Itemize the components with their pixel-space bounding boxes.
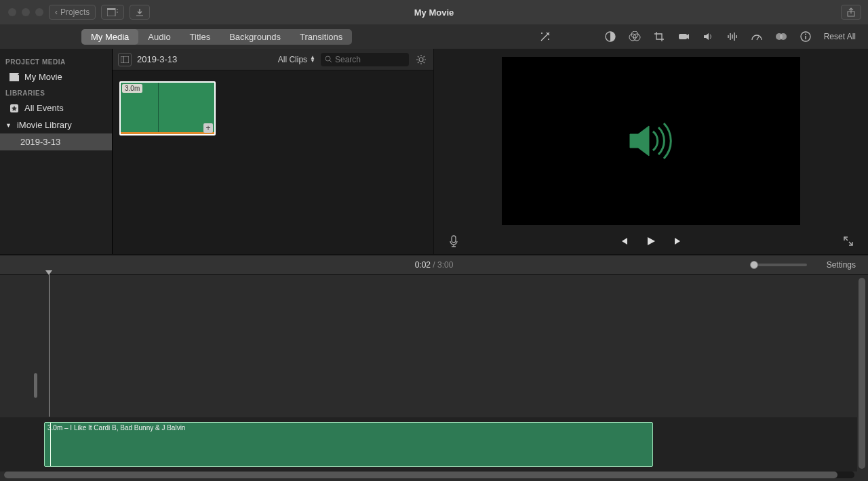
- filmstrip-icon: [107, 8, 118, 16]
- disclosure-triangle-icon[interactable]: ▼: [5, 122, 12, 129]
- updown-icon: ▲▼: [310, 56, 315, 63]
- timeline-clip-playhead: [50, 423, 51, 466]
- tab-transitions[interactable]: Transitions: [290, 29, 352, 45]
- sidebar-heading-libraries: LIBRARIES: [0, 85, 112, 100]
- sidebar-library-label: iMovie Library: [17, 120, 72, 130]
- sidebar-item-all-events[interactable]: All Events: [0, 100, 112, 117]
- media-browser: 2019-3-13 All Clips ▲▼ Search 3.0m +: [113, 49, 434, 254]
- svg-line-38: [424, 56, 425, 58]
- browser-settings-button[interactable]: [414, 53, 428, 66]
- sidebar-item-library[interactable]: ▼ iMovie Library: [0, 117, 112, 133]
- tab-my-media[interactable]: My Media: [81, 29, 138, 45]
- svg-rect-24: [9, 75, 19, 81]
- viewer-controls: [434, 228, 868, 254]
- audio-speaker-icon: [625, 121, 677, 161]
- svg-point-6: [541, 33, 542, 34]
- stabilization-button[interactable]: [677, 30, 690, 43]
- svg-rect-39: [452, 236, 456, 243]
- window-zoom-icon[interactable]: [35, 8, 43, 16]
- browser-header: 2019-3-13 All Clips ▲▼ Search: [113, 49, 433, 70]
- timeline-settings-button[interactable]: Settings: [827, 260, 856, 270]
- titlebar: ‹ Projects My Movie: [0, 0, 868, 24]
- info-button[interactable]: [800, 30, 812, 43]
- svg-rect-12: [679, 34, 687, 39]
- import-down-arrow-icon: [136, 8, 144, 16]
- star-icon: [9, 104, 19, 113]
- sidebar-heading-project-media: PROJECT MEDIA: [0, 54, 112, 68]
- play-button[interactable]: [645, 235, 657, 247]
- clip-add-button[interactable]: +: [203, 123, 213, 133]
- sidebar-event-label: 2019-3-13: [20, 137, 60, 147]
- search-icon: [325, 56, 332, 63]
- reset-all-button[interactable]: Reset All: [824, 32, 856, 41]
- browser-event-name: 2019-3-13: [137, 54, 177, 64]
- svg-line-18: [757, 37, 759, 40]
- svg-line-37: [418, 62, 419, 63]
- timeline-marker[interactable]: [34, 373, 37, 398]
- speed-button[interactable]: [751, 30, 763, 43]
- sidebar-item-event[interactable]: 2019-3-13: [0, 133, 112, 150]
- enhance-wand-button[interactable]: [539, 30, 551, 43]
- search-input[interactable]: Search: [321, 53, 409, 66]
- library-sidebar: PROJECT MEDIA My Movie LIBRARIES All Eve…: [0, 49, 113, 254]
- clip-playhead-line: [158, 83, 159, 134]
- media-tabs-row: My Media Audio Titles Backgrounds Transi…: [0, 24, 868, 49]
- volume-button[interactable]: [702, 30, 714, 43]
- chevron-left-icon: ‹: [55, 7, 58, 17]
- clapperboard-icon: [9, 72, 19, 82]
- color-correction-button[interactable]: [629, 30, 641, 43]
- back-label: Projects: [60, 7, 90, 17]
- fullscreen-button[interactable]: [842, 235, 854, 247]
- filters-button[interactable]: [775, 30, 787, 43]
- window-title: My Movie: [414, 7, 454, 18]
- color-balance-button[interactable]: [604, 30, 616, 43]
- voiceover-button[interactable]: [448, 235, 460, 247]
- media-tabs: My Media Audio Titles Backgrounds Transi…: [81, 29, 352, 45]
- share-button[interactable]: [841, 5, 861, 20]
- noise-eq-button[interactable]: [726, 30, 738, 43]
- zoom-slider[interactable]: [753, 264, 807, 266]
- svg-line-35: [418, 56, 419, 58]
- back-projects-button[interactable]: ‹ Projects: [49, 5, 96, 20]
- tab-backgrounds[interactable]: Backgrounds: [220, 29, 290, 45]
- current-time: 0:02: [415, 260, 431, 270]
- svg-point-7: [548, 39, 549, 40]
- next-button[interactable]: [672, 235, 684, 247]
- crop-button[interactable]: [653, 30, 665, 43]
- timeline[interactable]: 3.0m – I Like It Cardi B, Bad Bunny & J …: [0, 275, 868, 481]
- search-placeholder: Search: [335, 55, 361, 64]
- timeline-audio-clip[interactable]: 3.0m – I Like It Cardi B, Bad Bunny & J …: [44, 422, 653, 467]
- window-close-icon[interactable]: [8, 8, 16, 16]
- media-clip[interactable]: 3.0m +: [119, 81, 216, 135]
- share-icon: [847, 7, 855, 17]
- tab-audio[interactable]: Audio: [138, 29, 180, 45]
- timeline-clip-label: 3.0m – I Like It Cardi B, Bad Bunny & J …: [45, 423, 652, 433]
- timeline-playhead[interactable]: [49, 274, 50, 417]
- previous-button[interactable]: [618, 235, 630, 247]
- svg-rect-1: [107, 8, 115, 10]
- timeline-ruler[interactable]: [0, 275, 868, 282]
- sidebar-all-events-label: All Events: [24, 103, 64, 113]
- horizontal-scrollbar[interactable]: [4, 472, 854, 478]
- sidebar-project-label: My Movie: [24, 72, 62, 82]
- clip-filter-dropdown[interactable]: All Clips ▲▼: [278, 55, 315, 64]
- toggle-sidebar-button[interactable]: [118, 53, 132, 66]
- svg-point-20: [780, 33, 787, 40]
- thumbnail-display-button[interactable]: [101, 5, 124, 20]
- svg-point-30: [419, 58, 423, 62]
- clip-duration-badge: 3.0m: [122, 84, 142, 93]
- sidebar-item-project[interactable]: My Movie: [0, 68, 112, 85]
- time-bar: 0:02 / 3:00 Settings: [0, 255, 868, 275]
- total-time: 3:00: [437, 260, 453, 270]
- clip-used-indicator: [121, 132, 214, 134]
- svg-rect-26: [121, 56, 129, 63]
- tab-titles[interactable]: Titles: [180, 29, 220, 45]
- svg-line-36: [424, 62, 425, 63]
- svg-line-29: [330, 60, 332, 62]
- preview-canvas[interactable]: [502, 57, 800, 225]
- svg-point-23: [805, 34, 806, 35]
- import-button[interactable]: [130, 5, 150, 20]
- svg-point-28: [326, 56, 330, 61]
- vertical-scrollbar[interactable]: [859, 278, 865, 469]
- window-minimize-icon[interactable]: [22, 8, 30, 16]
